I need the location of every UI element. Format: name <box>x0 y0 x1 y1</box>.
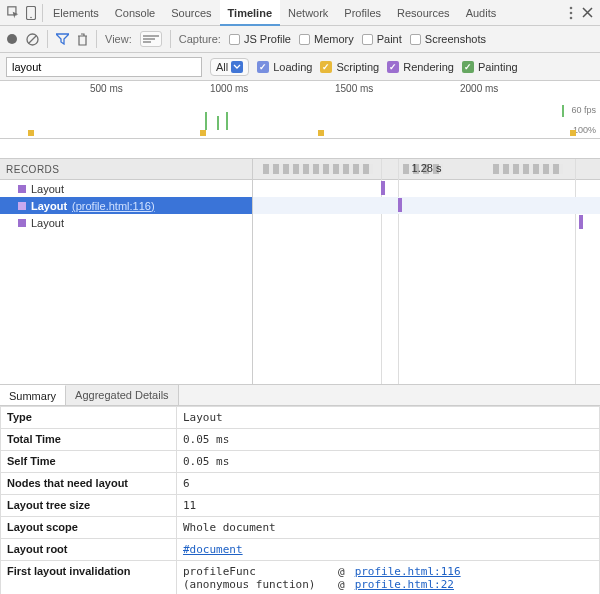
filter-icon[interactable] <box>56 33 69 45</box>
timeline-event[interactable] <box>398 198 402 212</box>
filter-painting-label: Painting <box>478 61 518 73</box>
detail-value: 0.05 ms <box>177 451 600 473</box>
overview-marker <box>28 130 34 136</box>
filter-painting[interactable]: ✓Painting <box>462 61 518 73</box>
capture-jsprofile[interactable]: JS Profile <box>229 33 291 45</box>
svg-point-5 <box>570 16 573 19</box>
separator <box>47 30 48 48</box>
tab-network[interactable]: Network <box>280 0 336 26</box>
tab-timeline[interactable]: Timeline <box>220 0 280 26</box>
overview-tick: 1000 ms <box>210 83 248 94</box>
detail-value: 6 <box>177 473 600 495</box>
record-icon[interactable] <box>6 33 18 45</box>
record-label: Layout <box>31 217 64 229</box>
stack-frame: (anonymous function) @ profile.html:22 <box>183 578 593 591</box>
tab-summary[interactable]: Summary <box>0 385 66 405</box>
filter-rendering[interactable]: ✓Rendering <box>387 61 454 73</box>
stripe <box>493 164 563 174</box>
detail-value: Whole document <box>177 517 600 539</box>
capture-memory-label: Memory <box>314 33 354 45</box>
capture-screenshots[interactable]: Screenshots <box>410 33 486 45</box>
stack-frame: profileFunc @ profile.html:116 <box>183 565 593 578</box>
detail-label: Nodes that need layout <box>1 473 177 495</box>
tab-sources[interactable]: Sources <box>163 0 219 26</box>
overview-marker <box>570 130 576 136</box>
filter-loading[interactable]: ✓Loading <box>257 61 312 73</box>
tab-elements[interactable]: Elements <box>45 0 107 26</box>
svg-point-4 <box>570 11 573 14</box>
inspect-icon[interactable] <box>4 6 22 19</box>
records-panel: RECORDS Layout Layout (profile.html:116)… <box>0 159 600 384</box>
detail-label: Layout root <box>1 539 177 561</box>
records-duration: 1.28 s <box>412 162 442 174</box>
separator <box>96 30 97 48</box>
timeline-event[interactable] <box>381 181 385 195</box>
detail-label: Self Time <box>1 451 177 473</box>
filter-dropdown[interactable]: All <box>210 58 249 76</box>
detail-value: 11 <box>177 495 600 517</box>
detail-label: Total Time <box>1 429 177 451</box>
close-icon[interactable] <box>578 7 596 18</box>
detail-row-nodes: Nodes that need layout6 <box>1 473 600 495</box>
gridline <box>575 159 576 384</box>
capture-jsprofile-label: JS Profile <box>244 33 291 45</box>
gridline <box>398 159 399 384</box>
tab-profiles[interactable]: Profiles <box>336 0 389 26</box>
fps-label: 60 fps <box>571 105 596 115</box>
record-label: Layout <box>31 183 64 195</box>
detail-row-root: Layout root#document <box>1 539 600 561</box>
svg-point-3 <box>570 6 573 9</box>
layout-root-link[interactable]: #document <box>183 543 243 556</box>
overview-marker <box>200 130 206 136</box>
stack-at: @ <box>338 578 345 591</box>
filter-scripting[interactable]: ✓Scripting <box>320 61 379 73</box>
timeline-event[interactable] <box>579 215 583 229</box>
record-row[interactable]: Layout <box>0 214 252 231</box>
stack-link[interactable]: profile.html:116 <box>355 565 461 578</box>
overview-event <box>226 112 228 130</box>
stack-fn: (anonymous function) <box>183 578 328 591</box>
tab-resources[interactable]: Resources <box>389 0 458 26</box>
more-icon[interactable] <box>564 6 578 20</box>
stack-fn: profileFunc <box>183 565 328 578</box>
record-source-link[interactable]: (profile.html:116) <box>72 200 155 212</box>
records-list: RECORDS Layout Layout (profile.html:116)… <box>0 159 252 384</box>
separator <box>42 4 43 22</box>
row-highlight <box>253 197 600 214</box>
trash-icon[interactable] <box>77 33 88 46</box>
view-mode-icon[interactable] <box>140 31 162 47</box>
detail-label: Layout scope <box>1 517 177 539</box>
detail-label: Type <box>1 407 177 429</box>
tab-audits[interactable]: Audits <box>458 0 505 26</box>
stack-at: @ <box>338 565 345 578</box>
divider-gap <box>0 139 600 159</box>
detail-row-self-time: Self Time0.05 ms <box>1 451 600 473</box>
summary-tab-strip: Summary Aggregated Details <box>0 384 600 406</box>
stripe <box>263 164 373 174</box>
record-row[interactable]: Layout (profile.html:116) <box>0 197 252 214</box>
tab-aggregated[interactable]: Aggregated Details <box>66 385 179 405</box>
detail-row-scope: Layout scopeWhole document <box>1 517 600 539</box>
main-tab-strip: Elements Console Sources Timeline Networ… <box>0 0 600 26</box>
detail-value: 0.05 ms <box>177 429 600 451</box>
records-timeline[interactable]: 1.28 s <box>252 159 600 384</box>
timeline-overview[interactable]: 500 ms 1000 ms 1500 ms 2000 ms 60 fps 10… <box>0 81 600 139</box>
fps-indicator <box>562 105 564 117</box>
capture-paint[interactable]: Paint <box>362 33 402 45</box>
record-swatch-icon <box>18 185 26 193</box>
svg-point-6 <box>7 34 17 44</box>
record-swatch-icon <box>18 202 26 210</box>
overview-tick: 500 ms <box>90 83 123 94</box>
record-row[interactable]: Layout <box>0 180 252 197</box>
filter-input[interactable] <box>6 57 202 77</box>
svg-line-8 <box>29 35 37 43</box>
capture-memory[interactable]: Memory <box>299 33 354 45</box>
device-icon[interactable] <box>22 6 40 20</box>
detail-label: First layout invalidation <box>1 561 177 595</box>
overview-tick: 2000 ms <box>460 83 498 94</box>
stack-link[interactable]: profile.html:22 <box>355 578 454 591</box>
chevron-down-icon <box>231 61 243 73</box>
tab-console[interactable]: Console <box>107 0 163 26</box>
clear-icon[interactable] <box>26 33 39 46</box>
records-header: RECORDS <box>0 159 252 180</box>
